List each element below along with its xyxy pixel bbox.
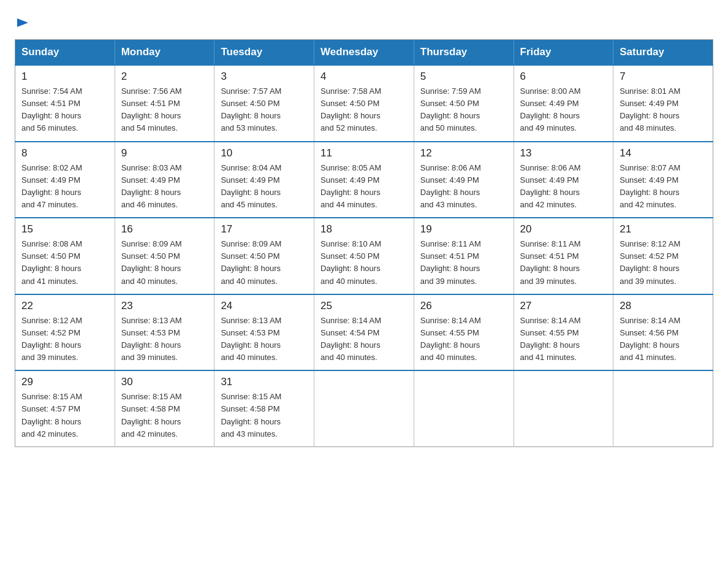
calendar-cell: 5 Sunrise: 7:59 AM Sunset: 4:50 PM Dayli…: [414, 65, 514, 142]
day-number: 5: [420, 71, 507, 83]
calendar-cell: 28 Sunrise: 8:14 AM Sunset: 4:56 PM Dayl…: [613, 294, 713, 371]
calendar-cell: 20 Sunrise: 8:11 AM Sunset: 4:51 PM Dayl…: [514, 218, 613, 294]
day-info: Sunrise: 8:12 AM Sunset: 4:52 PM Dayligh…: [620, 238, 707, 288]
day-number: 19: [420, 223, 507, 236]
day-info: Sunrise: 7:57 AM Sunset: 4:50 PM Dayligh…: [221, 85, 308, 135]
calendar-cell: 6 Sunrise: 8:00 AM Sunset: 4:49 PM Dayli…: [514, 65, 613, 142]
day-number: 3: [221, 71, 308, 83]
day-number: 8: [21, 147, 108, 159]
calendar-cell: [314, 370, 414, 446]
calendar-cell: 7 Sunrise: 8:01 AM Sunset: 4:49 PM Dayli…: [613, 65, 713, 142]
day-number: 6: [520, 71, 607, 83]
calendar-cell: 24 Sunrise: 8:13 AM Sunset: 4:53 PM Dayl…: [214, 294, 314, 371]
day-number: 25: [320, 300, 408, 312]
calendar-cell: 13 Sunrise: 8:06 AM Sunset: 4:49 PM Dayl…: [514, 142, 613, 218]
calendar-cell: 9 Sunrise: 8:03 AM Sunset: 4:49 PM Dayli…: [115, 142, 214, 218]
day-number: 20: [520, 223, 607, 236]
day-info: Sunrise: 8:09 AM Sunset: 4:50 PM Dayligh…: [221, 238, 308, 288]
calendar-cell: 31 Sunrise: 8:15 AM Sunset: 4:58 PM Dayl…: [214, 370, 314, 446]
day-number: 24: [221, 300, 308, 312]
day-number: 15: [21, 223, 108, 236]
column-header-wednesday: Wednesday: [314, 40, 414, 66]
column-header-thursday: Thursday: [414, 40, 514, 66]
day-info: Sunrise: 7:54 AM Sunset: 4:51 PM Dayligh…: [21, 85, 108, 135]
calendar-cell: 12 Sunrise: 8:06 AM Sunset: 4:49 PM Dayl…: [414, 142, 514, 218]
day-number: 28: [620, 300, 707, 312]
column-header-sunday: Sunday: [15, 40, 115, 66]
calendar-cell: 26 Sunrise: 8:14 AM Sunset: 4:55 PM Dayl…: [414, 294, 514, 371]
day-info: Sunrise: 8:06 AM Sunset: 4:49 PM Dayligh…: [420, 162, 507, 212]
day-number: 30: [121, 376, 208, 388]
day-number: 10: [221, 147, 308, 159]
column-header-tuesday: Tuesday: [214, 40, 314, 66]
calendar-cell: 30 Sunrise: 8:15 AM Sunset: 4:58 PM Dayl…: [115, 370, 214, 446]
calendar-cell: 17 Sunrise: 8:09 AM Sunset: 4:50 PM Dayl…: [214, 218, 314, 294]
day-info: Sunrise: 8:09 AM Sunset: 4:50 PM Dayligh…: [121, 238, 208, 288]
day-info: Sunrise: 8:05 AM Sunset: 4:49 PM Dayligh…: [320, 162, 408, 212]
day-number: 4: [320, 71, 408, 83]
day-number: 7: [620, 71, 707, 83]
day-number: 2: [121, 71, 208, 83]
week-row-5: 29 Sunrise: 8:15 AM Sunset: 4:57 PM Dayl…: [15, 370, 713, 446]
day-number: 14: [620, 147, 707, 159]
calendar-cell: 11 Sunrise: 8:05 AM Sunset: 4:49 PM Dayl…: [314, 142, 414, 218]
day-info: Sunrise: 8:15 AM Sunset: 4:57 PM Dayligh…: [21, 391, 108, 440]
day-info: Sunrise: 7:58 AM Sunset: 4:50 PM Dayligh…: [320, 85, 408, 135]
calendar-cell: [414, 370, 514, 446]
day-info: Sunrise: 8:10 AM Sunset: 4:50 PM Dayligh…: [320, 238, 408, 288]
day-info: Sunrise: 8:12 AM Sunset: 4:52 PM Dayligh…: [21, 315, 108, 364]
calendar-cell: 14 Sunrise: 8:07 AM Sunset: 4:49 PM Dayl…: [613, 142, 713, 218]
calendar-cell: 1 Sunrise: 7:54 AM Sunset: 4:51 PM Dayli…: [15, 65, 115, 142]
day-info: Sunrise: 8:14 AM Sunset: 4:56 PM Dayligh…: [620, 315, 707, 364]
page-header: [15, 15, 713, 29]
day-number: 16: [121, 223, 208, 236]
column-header-friday: Friday: [514, 40, 613, 66]
day-number: 26: [420, 300, 507, 312]
calendar-cell: [613, 370, 713, 446]
week-row-3: 15 Sunrise: 8:08 AM Sunset: 4:50 PM Dayl…: [15, 218, 713, 294]
calendar-cell: 16 Sunrise: 8:09 AM Sunset: 4:50 PM Dayl…: [115, 218, 214, 294]
logo: [15, 15, 29, 29]
calendar-cell: 10 Sunrise: 8:04 AM Sunset: 4:49 PM Dayl…: [214, 142, 314, 218]
calendar-cell: 18 Sunrise: 8:10 AM Sunset: 4:50 PM Dayl…: [314, 218, 414, 294]
calendar-cell: 22 Sunrise: 8:12 AM Sunset: 4:52 PM Dayl…: [15, 294, 115, 371]
calendar-cell: [514, 370, 613, 446]
day-info: Sunrise: 8:14 AM Sunset: 4:54 PM Dayligh…: [320, 315, 408, 364]
day-info: Sunrise: 8:11 AM Sunset: 4:51 PM Dayligh…: [420, 238, 507, 288]
day-info: Sunrise: 8:00 AM Sunset: 4:49 PM Dayligh…: [520, 85, 607, 135]
week-row-4: 22 Sunrise: 8:12 AM Sunset: 4:52 PM Dayl…: [15, 294, 713, 371]
day-number: 18: [320, 223, 408, 236]
day-number: 23: [121, 300, 208, 312]
day-info: Sunrise: 7:59 AM Sunset: 4:50 PM Dayligh…: [420, 85, 507, 135]
day-info: Sunrise: 8:15 AM Sunset: 4:58 PM Dayligh…: [221, 391, 308, 440]
header-row: SundayMondayTuesdayWednesdayThursdayFrid…: [15, 40, 713, 66]
week-row-1: 1 Sunrise: 7:54 AM Sunset: 4:51 PM Dayli…: [15, 65, 713, 142]
day-info: Sunrise: 8:14 AM Sunset: 4:55 PM Dayligh…: [520, 315, 607, 364]
day-number: 17: [221, 223, 308, 236]
calendar-cell: 19 Sunrise: 8:11 AM Sunset: 4:51 PM Dayl…: [414, 218, 514, 294]
day-info: Sunrise: 8:07 AM Sunset: 4:49 PM Dayligh…: [620, 162, 707, 212]
column-header-saturday: Saturday: [613, 40, 713, 66]
day-number: 21: [620, 223, 707, 236]
svg-marker-0: [17, 18, 28, 27]
day-number: 27: [520, 300, 607, 312]
day-info: Sunrise: 8:13 AM Sunset: 4:53 PM Dayligh…: [121, 315, 208, 364]
day-info: Sunrise: 8:03 AM Sunset: 4:49 PM Dayligh…: [121, 162, 208, 212]
calendar-table: SundayMondayTuesdayWednesdayThursdayFrid…: [15, 39, 713, 447]
day-info: Sunrise: 7:56 AM Sunset: 4:51 PM Dayligh…: [121, 85, 208, 135]
calendar-cell: 25 Sunrise: 8:14 AM Sunset: 4:54 PM Dayl…: [314, 294, 414, 371]
day-info: Sunrise: 8:15 AM Sunset: 4:58 PM Dayligh…: [121, 391, 208, 440]
calendar-cell: 3 Sunrise: 7:57 AM Sunset: 4:50 PM Dayli…: [214, 65, 314, 142]
day-info: Sunrise: 8:13 AM Sunset: 4:53 PM Dayligh…: [221, 315, 308, 364]
column-header-monday: Monday: [115, 40, 214, 66]
day-number: 1: [21, 71, 108, 83]
day-number: 13: [520, 147, 607, 159]
day-number: 12: [420, 147, 507, 159]
day-info: Sunrise: 8:11 AM Sunset: 4:51 PM Dayligh…: [520, 238, 607, 288]
day-info: Sunrise: 8:04 AM Sunset: 4:49 PM Dayligh…: [221, 162, 308, 212]
calendar-cell: 8 Sunrise: 8:02 AM Sunset: 4:49 PM Dayli…: [15, 142, 115, 218]
day-info: Sunrise: 8:08 AM Sunset: 4:50 PM Dayligh…: [21, 238, 108, 288]
day-number: 29: [21, 376, 108, 388]
day-info: Sunrise: 8:02 AM Sunset: 4:49 PM Dayligh…: [21, 162, 108, 212]
day-number: 22: [21, 300, 108, 312]
